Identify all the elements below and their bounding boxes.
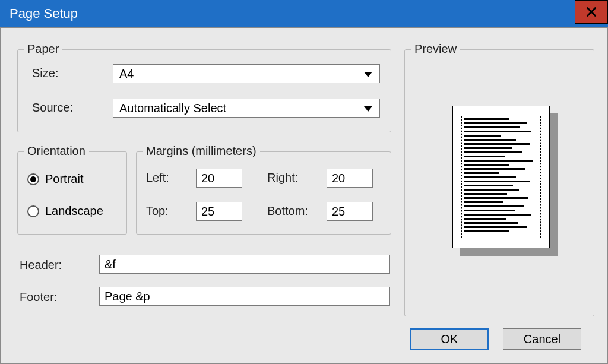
header-label: Header:: [20, 258, 62, 272]
margin-left-value: 20: [201, 172, 214, 185]
orientation-legend: Orientation: [24, 144, 89, 158]
margin-top-label: Top:: [146, 204, 169, 218]
cancel-button[interactable]: Cancel: [503, 328, 581, 350]
margin-bottom-label: Bottom:: [267, 204, 308, 218]
preview-group: Preview: [404, 49, 594, 316]
header-value: &f: [104, 258, 116, 271]
source-label: Source:: [32, 101, 73, 115]
paper-group: Paper Size: A4 Source: Automatically Sel…: [17, 49, 391, 132]
margins-legend: Margins (millimeters): [142, 144, 260, 158]
size-value: A4: [119, 67, 134, 81]
preview-content: [464, 118, 539, 236]
header-input[interactable]: &f: [99, 255, 390, 274]
ok-label: OK: [441, 333, 458, 346]
preview-page: [452, 106, 550, 248]
radio-icon: [27, 173, 39, 185]
ok-button[interactable]: OK: [410, 328, 489, 350]
window-titlebar: Page Setup: [0, 0, 608, 27]
landscape-label: Landscape: [45, 204, 103, 218]
window-title: Page Setup: [10, 6, 78, 21]
footer-input[interactable]: Page &p: [99, 287, 390, 306]
margin-top-value: 25: [201, 205, 214, 219]
radio-icon: [27, 205, 39, 217]
margin-left-label: Left:: [146, 171, 169, 185]
footer-label: Footer:: [20, 290, 57, 304]
portrait-label: Portrait: [45, 172, 83, 186]
preview-area: [405, 50, 595, 317]
margin-right-value: 20: [332, 172, 345, 185]
source-select[interactable]: Automatically Select: [113, 99, 380, 118]
margin-bottom-value: 25: [332, 205, 345, 219]
close-icon: [586, 7, 597, 17]
paper-legend: Paper: [24, 42, 62, 56]
footer-value: Page &p: [104, 290, 150, 303]
margin-right-input[interactable]: 20: [327, 169, 373, 188]
size-select[interactable]: A4: [113, 64, 380, 83]
source-value: Automatically Select: [119, 102, 226, 115]
portrait-radio[interactable]: Portrait: [27, 172, 83, 186]
margin-top-input[interactable]: 25: [196, 202, 242, 221]
size-label: Size:: [32, 67, 58, 80]
landscape-radio[interactable]: Landscape: [27, 204, 103, 218]
margin-bottom-input[interactable]: 25: [327, 202, 373, 221]
dialog-client: Paper Size: A4 Source: Automatically Sel…: [0, 27, 608, 364]
margin-left-input[interactable]: 20: [196, 169, 242, 188]
cancel-label: Cancel: [524, 333, 560, 346]
margin-right-label: Right:: [267, 171, 298, 185]
close-button[interactable]: [575, 0, 608, 24]
orientation-group: Orientation Portrait Landscape: [17, 151, 127, 235]
margins-group: Margins (millimeters) Left: 20 Right: 20…: [136, 151, 391, 235]
